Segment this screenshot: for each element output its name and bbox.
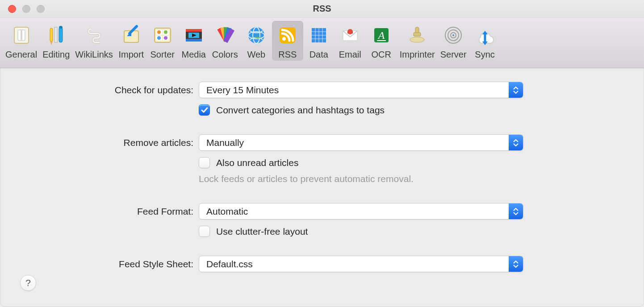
- tab-label: OCR: [372, 50, 391, 60]
- tab-label: General: [5, 50, 37, 60]
- svg-rect-21: [186, 39, 202, 41]
- general-icon: [10, 24, 33, 47]
- tab-wikilinks[interactable]: WikiLinks: [72, 21, 115, 61]
- email-icon: [339, 24, 362, 47]
- check-updates-label: Check for updates:: [18, 85, 199, 95]
- content-area: Check for updates: Every 15 Minutes Conv…: [0, 68, 644, 307]
- svg-point-18: [164, 36, 167, 40]
- imprinter-icon: [406, 24, 429, 47]
- rss-icon: [276, 24, 299, 47]
- editing-icon: [45, 24, 68, 47]
- tab-ocr[interactable]: A OCR: [366, 21, 397, 61]
- tab-import[interactable]: Import: [116, 21, 147, 61]
- feed-style-select[interactable]: Default.css: [199, 256, 523, 272]
- wikilinks-icon: [83, 24, 106, 47]
- svg-marker-4: [50, 41, 53, 45]
- check-updates-select[interactable]: Every 15 Minutes: [199, 82, 523, 98]
- tab-label: Sync: [475, 50, 494, 60]
- remove-articles-value: Manually: [199, 137, 509, 148]
- svg-rect-43: [347, 32, 353, 33]
- ocr-icon: A: [370, 24, 393, 47]
- toolbar: General Editing: [0, 18, 644, 68]
- svg-point-16: [157, 36, 161, 40]
- colors-icon: [213, 24, 237, 47]
- svg-rect-5: [54, 27, 57, 42]
- titlebar: RSS: [0, 0, 644, 18]
- svg-point-49: [410, 37, 424, 42]
- close-button[interactable]: [8, 5, 16, 13]
- tab-media[interactable]: Media: [178, 21, 209, 61]
- feed-format-select[interactable]: Automatic: [199, 203, 523, 220]
- tab-label: Colors: [212, 50, 238, 60]
- tab-sorter[interactable]: Sorter: [147, 21, 178, 61]
- help-button[interactable]: ?: [20, 275, 36, 291]
- tab-imprinter[interactable]: Imprinter: [397, 21, 438, 61]
- tab-label: Sorter: [151, 50, 175, 60]
- svg-text:A: A: [377, 29, 385, 41]
- minimize-button[interactable]: [22, 5, 30, 13]
- server-icon: [442, 24, 465, 47]
- web-icon: [245, 24, 268, 47]
- check-updates-value: Every 15 Minutes: [199, 85, 509, 95]
- remove-articles-label: Remove articles:: [18, 137, 199, 148]
- svg-point-12: [157, 30, 161, 34]
- chevron-updown-icon: [509, 256, 523, 272]
- feed-format-label: Feed Format:: [18, 206, 199, 217]
- preferences-window: RSS General: [0, 0, 644, 307]
- tab-email[interactable]: Email: [335, 21, 366, 61]
- chevron-updown-icon: [509, 203, 523, 219]
- traffic-lights: [8, 5, 45, 13]
- svg-point-14: [164, 30, 167, 34]
- tab-label: Data: [309, 50, 328, 60]
- tab-general[interactable]: General: [3, 21, 40, 61]
- tab-label: Server: [440, 50, 467, 60]
- svg-point-33: [282, 37, 286, 41]
- sync-icon: [473, 24, 497, 47]
- remove-articles-select[interactable]: Manually: [199, 134, 523, 151]
- tab-data[interactable]: Data: [303, 21, 335, 61]
- clutter-free-checkbox[interactable]: [199, 226, 210, 237]
- tab-label: RSS: [278, 50, 297, 60]
- convert-tags-checkbox[interactable]: [199, 104, 210, 116]
- tab-server[interactable]: Server: [438, 21, 469, 61]
- svg-rect-20: [186, 29, 202, 32]
- tab-colors[interactable]: Colors: [209, 21, 241, 61]
- tab-label: Email: [339, 50, 361, 60]
- svg-rect-48: [414, 33, 421, 36]
- tab-sync[interactable]: Sync: [469, 21, 501, 61]
- chevron-updown-icon: [509, 82, 523, 98]
- tab-label: Imprinter: [400, 50, 435, 60]
- media-icon: [182, 24, 205, 47]
- feed-style-value: Default.css: [199, 259, 509, 270]
- clutter-free-label: Use clutter-free layout: [216, 226, 308, 237]
- also-unread-label: Also unread articles: [216, 158, 298, 168]
- tab-rss[interactable]: RSS: [272, 21, 303, 61]
- svg-rect-2: [21, 30, 22, 41]
- tab-label: Media: [182, 50, 206, 60]
- tab-editing[interactable]: Editing: [40, 21, 72, 61]
- svg-point-7: [59, 26, 63, 29]
- feed-format-value: Automatic: [199, 206, 509, 217]
- tab-label: Web: [247, 50, 265, 60]
- import-icon: [120, 24, 143, 47]
- remove-articles-hint: Lock feeds or articles to prevent automa…: [199, 174, 414, 184]
- also-unread-checkbox[interactable]: [199, 157, 210, 168]
- tab-label: Import: [118, 50, 144, 60]
- tab-label: Editing: [42, 50, 70, 60]
- convert-tags-label: Convert categories and hashtags to tags: [216, 105, 385, 116]
- feed-style-label: Feed Style Sheet:: [18, 259, 199, 270]
- zoom-button[interactable]: [37, 5, 45, 13]
- tab-label: WikiLinks: [75, 50, 113, 60]
- sorter-icon: [151, 24, 174, 47]
- svg-point-29: [248, 27, 264, 43]
- help-icon: ?: [25, 278, 31, 288]
- tab-web[interactable]: Web: [241, 21, 272, 61]
- svg-rect-6: [59, 27, 63, 42]
- window-title: RSS: [313, 4, 331, 14]
- chevron-updown-icon: [509, 135, 523, 150]
- svg-point-53: [452, 34, 454, 36]
- data-icon: [307, 24, 330, 47]
- svg-rect-3: [50, 28, 53, 41]
